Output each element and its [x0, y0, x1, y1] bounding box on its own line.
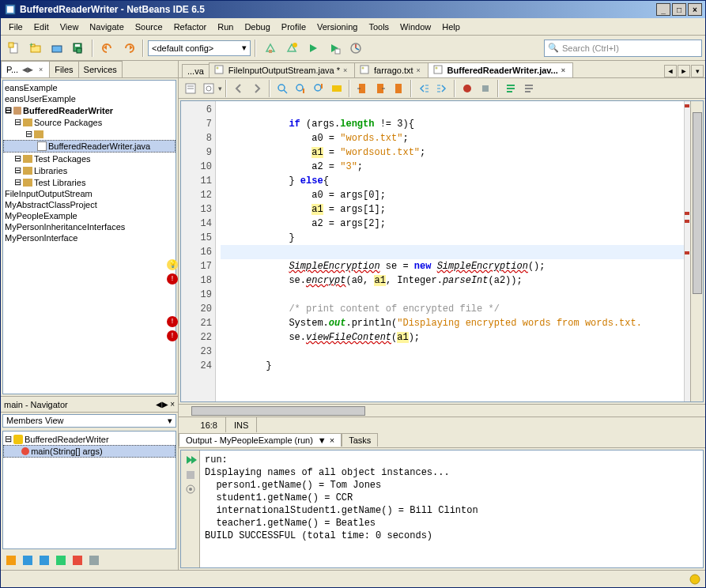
- open-project-button[interactable]: [47, 38, 66, 58]
- nav-filter-2[interactable]: [21, 553, 35, 567]
- close-button[interactable]: ×: [688, 3, 702, 16]
- save-all-button[interactable]: [68, 38, 88, 58]
- tree-row[interactable]: ⊟ Source Packages: [3, 116, 176, 128]
- nav-fwd-button[interactable]: [248, 80, 266, 97]
- quick-search[interactable]: 🔍 Search (Ctrl+I): [544, 40, 702, 57]
- editor-tab[interactable]: ...va: [182, 64, 210, 77]
- nav-filter-3[interactable]: [37, 553, 51, 567]
- tree-row[interactable]: ⊟: [3, 128, 176, 140]
- close-icon[interactable]: ×: [343, 67, 349, 74]
- tree-row[interactable]: eansUserExample: [3, 93, 176, 104]
- tab-services[interactable]: Services: [78, 61, 123, 77]
- error-icon[interactable]: !: [167, 330, 178, 341]
- menu-source[interactable]: Source: [130, 21, 168, 33]
- hint-icon[interactable]: 💡: [167, 259, 178, 270]
- tab-list-button[interactable]: ▾: [691, 65, 704, 77]
- tree-row[interactable]: eansExample: [3, 82, 176, 93]
- status-notification-icon[interactable]: [689, 574, 700, 585]
- editor-tab[interactable]: FileInputOutputStream.java *×: [209, 62, 355, 77]
- shift-left-button[interactable]: [415, 80, 432, 97]
- error-icon[interactable]: !: [167, 316, 178, 327]
- undo-button[interactable]: [97, 38, 117, 58]
- menu-tools[interactable]: Tools: [364, 21, 394, 33]
- nav-filter-5[interactable]: [70, 553, 85, 567]
- navigator-close-icon[interactable]: ×: [170, 400, 175, 409]
- menu-versioning[interactable]: Versioning: [312, 21, 362, 33]
- debug-button[interactable]: [324, 38, 344, 58]
- next-bookmark-button[interactable]: [372, 80, 389, 97]
- tree-row[interactable]: MyAbstractClassProject: [3, 199, 176, 210]
- toggle-highlight-button[interactable]: [328, 80, 345, 97]
- navigator-min-icon[interactable]: ◀▶: [156, 400, 168, 409]
- nav-filter-4[interactable]: [54, 553, 68, 567]
- output-settings-button[interactable]: [185, 484, 196, 495]
- vertical-scrollbar[interactable]: [690, 101, 703, 401]
- menu-help[interactable]: Help: [437, 21, 465, 33]
- nav-method-node[interactable]: main(String[] args): [3, 445, 176, 458]
- minimize-button[interactable]: _: [656, 3, 670, 16]
- redo-button[interactable]: [119, 38, 138, 58]
- horizontal-scrollbar[interactable]: [179, 404, 705, 416]
- menu-view[interactable]: View: [55, 21, 84, 33]
- find-next-button[interactable]: [310, 80, 327, 97]
- close-icon[interactable]: ×: [561, 67, 568, 74]
- toggle-bookmark-button[interactable]: [390, 80, 407, 97]
- output-text[interactable]: run: Displaying names of all object inst…: [200, 450, 703, 567]
- source-view-button[interactable]: [182, 80, 199, 97]
- menu-window[interactable]: Window: [395, 21, 436, 33]
- history-view-button[interactable]: [200, 80, 217, 97]
- menu-file[interactable]: File: [4, 21, 28, 33]
- menu-edit[interactable]: Edit: [29, 21, 54, 33]
- tree-row[interactable]: MyPersonInheritanceInterfaces: [3, 221, 176, 232]
- navigator-view-select[interactable]: Members View▾: [2, 414, 176, 428]
- menu-debug[interactable]: Debug: [240, 21, 274, 33]
- menu-refactor[interactable]: Refactor: [169, 21, 212, 33]
- navigator-tree[interactable]: ⊟ BufferedReaderWriter main(String[] arg…: [2, 431, 176, 549]
- code-content[interactable]: if (args.length != 3){ a0 = "words.txt";…: [216, 101, 684, 401]
- profile-button[interactable]: [345, 38, 365, 58]
- tree-row[interactable]: BufferedReaderWriter.java: [3, 140, 176, 153]
- build-button[interactable]: [260, 38, 280, 58]
- tab-projects[interactable]: P...◀▶×: [1, 61, 50, 77]
- error-stripe[interactable]: [684, 101, 690, 401]
- tree-row[interactable]: ⊟ Test Packages: [3, 153, 176, 164]
- find-sel-button[interactable]: [274, 80, 291, 97]
- config-select[interactable]: <default config> ▾: [148, 40, 251, 56]
- find-prev-button[interactable]: [292, 80, 309, 97]
- maximize-button[interactable]: □: [672, 3, 686, 16]
- tab-scroll-right[interactable]: ►: [678, 65, 690, 77]
- clean-build-button[interactable]: [281, 38, 301, 58]
- chevron-down-icon[interactable]: ▾: [218, 85, 222, 92]
- macro-stop-button[interactable]: [477, 80, 494, 97]
- tab-scroll-left[interactable]: ◄: [664, 65, 677, 77]
- stop-output-button[interactable]: [185, 469, 196, 481]
- tab-output[interactable]: Output - MyPeopleExample (run) ▼×: [179, 433, 342, 447]
- menu-run[interactable]: Run: [213, 21, 238, 33]
- tab-files[interactable]: Files: [49, 61, 78, 77]
- run-button[interactable]: [303, 38, 323, 58]
- code-editor[interactable]: 678910111213141516💡17!181920!21!222324 i…: [180, 100, 704, 402]
- output-close-icon[interactable]: ×: [330, 435, 334, 445]
- menu-profile[interactable]: Profile: [277, 21, 311, 33]
- uncomment-button[interactable]: [520, 80, 538, 97]
- tree-row[interactable]: FileInputOutputStream: [3, 188, 176, 199]
- close-icon[interactable]: ×: [37, 66, 44, 74]
- error-icon[interactable]: !: [167, 273, 178, 285]
- tree-row[interactable]: ⊟ Libraries: [3, 164, 176, 176]
- projects-tree[interactable]: eansExampleeansUserExample⊟ BufferedRead…: [2, 80, 176, 394]
- comment-button[interactable]: [502, 80, 519, 97]
- menu-navigate[interactable]: Navigate: [85, 21, 128, 33]
- new-project-button[interactable]: +: [25, 38, 45, 58]
- rerun-button[interactable]: [184, 454, 197, 466]
- shift-right-button[interactable]: [433, 80, 451, 97]
- prev-bookmark-button[interactable]: [353, 80, 371, 97]
- output-min-icon[interactable]: ▼: [318, 435, 327, 445]
- editor-gutter[interactable]: 678910111213141516💡17!181920!21!222324: [181, 101, 216, 401]
- nav-filter-6[interactable]: [87, 553, 101, 567]
- editor-tab[interactable]: BufferedReaderWriter.jav...×: [428, 62, 573, 77]
- macro-record-button[interactable]: [459, 80, 476, 97]
- close-icon[interactable]: ×: [417, 67, 423, 74]
- tree-row[interactable]: MyPeopleExample: [3, 210, 176, 221]
- nav-back-button[interactable]: [230, 80, 247, 97]
- nav-class-node[interactable]: ⊟ BufferedReaderWriter: [3, 433, 176, 445]
